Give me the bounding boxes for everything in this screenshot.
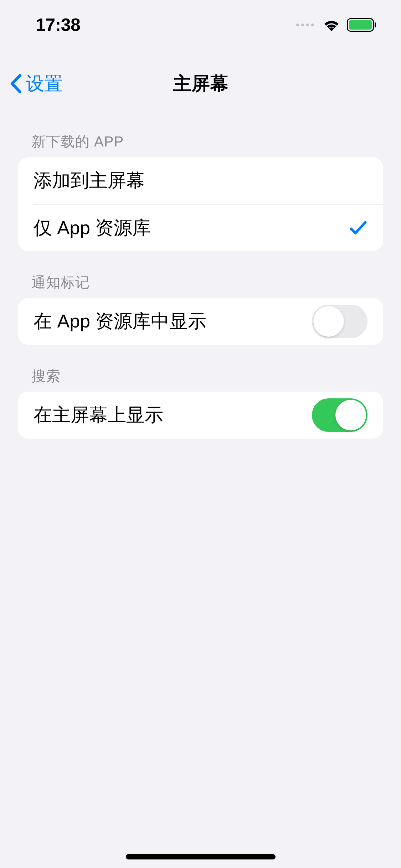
back-button[interactable]: 设置 (9, 71, 63, 96)
section-header-search: 搜索 (18, 345, 383, 392)
toggle-show-in-app-library[interactable] (312, 305, 367, 338)
battery-icon (347, 18, 376, 32)
group-search: 在主屏幕上显示 (18, 392, 383, 439)
cellular-dots-icon (296, 24, 314, 26)
row-add-to-home-screen[interactable]: 添加到主屏幕 (18, 157, 383, 204)
toggle-show-on-home-screen[interactable] (312, 398, 367, 432)
home-indicator[interactable] (126, 854, 276, 859)
row-label: 添加到主屏幕 (34, 168, 367, 193)
row-label: 在主屏幕上显示 (34, 403, 312, 428)
status-bar: 17:38 (0, 0, 401, 50)
checkmark-icon (349, 219, 367, 237)
row-app-library-only[interactable]: 仅 App 资源库 (34, 204, 383, 251)
status-time: 17:38 (36, 15, 80, 35)
row-label: 在 App 资源库中显示 (34, 309, 312, 334)
chevron-left-icon (9, 73, 22, 94)
navigation-bar: 设置 主屏幕 (0, 61, 401, 107)
wifi-icon (323, 19, 340, 31)
group-new-apps: 添加到主屏幕 仅 App 资源库 (18, 157, 383, 251)
group-notification-badges: 在 App 资源库中显示 (18, 298, 383, 345)
row-label: 仅 App 资源库 (34, 216, 349, 241)
settings-content: 新下载的 APP 添加到主屏幕 仅 App 资源库 通知标记 在 App 资源库… (0, 118, 401, 439)
section-header-new-apps: 新下载的 APP (18, 118, 383, 157)
row-show-on-home-screen[interactable]: 在主屏幕上显示 (18, 392, 383, 439)
section-header-notification-badges: 通知标记 (18, 251, 383, 298)
row-show-in-app-library[interactable]: 在 App 资源库中显示 (18, 298, 383, 345)
back-label: 设置 (26, 71, 63, 96)
status-indicators (296, 18, 376, 32)
page-title: 主屏幕 (173, 71, 228, 96)
